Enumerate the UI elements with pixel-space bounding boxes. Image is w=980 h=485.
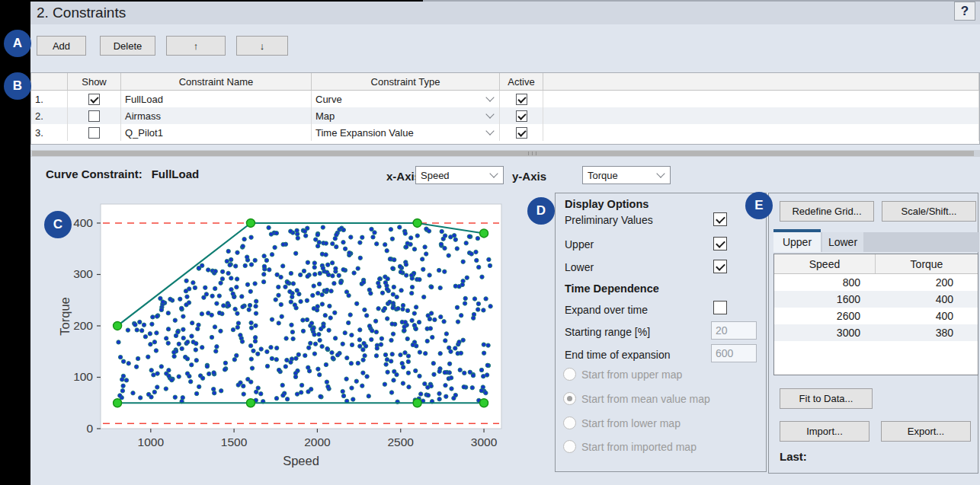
grid-row[interactable]: 800200 bbox=[774, 274, 978, 291]
svg-text:100: 100 bbox=[73, 370, 93, 383]
constraint-name-cell[interactable]: Q_Pilot1 bbox=[121, 124, 312, 141]
constraint-name-cell[interactable]: Airmass bbox=[121, 107, 312, 124]
radio-icon[interactable] bbox=[563, 440, 576, 453]
constraints-table: Show Constraint Name Constraint Type Act… bbox=[30, 72, 980, 145]
svg-text:300: 300 bbox=[73, 267, 93, 280]
table-row[interactable]: 1.FullLoadCurve bbox=[31, 91, 979, 107]
grid-col-torque: Torque bbox=[876, 254, 978, 273]
svg-text:3000: 3000 bbox=[471, 436, 498, 448]
move-up-button[interactable]: ↑ bbox=[166, 36, 226, 56]
constraints-table-body: 1.FullLoadCurve2.AirmassMap3.Q_Pilot1Tim… bbox=[31, 91, 979, 141]
svg-text:2500: 2500 bbox=[387, 436, 414, 448]
radio-icon[interactable] bbox=[563, 416, 576, 429]
end-time-label: End time of expansion bbox=[565, 349, 671, 361]
tab-lower[interactable]: Lower bbox=[822, 232, 863, 252]
annotation-badge-e: E bbox=[745, 192, 773, 219]
col-empty bbox=[543, 73, 979, 90]
grid-row[interactable]: 3000380 bbox=[774, 324, 978, 341]
radio-icon[interactable] bbox=[563, 368, 576, 381]
preliminary-values-checkbox[interactable] bbox=[713, 212, 727, 226]
expand-over-time-label: Expand over time bbox=[565, 304, 648, 316]
table-row[interactable]: 2.AirmassMap bbox=[31, 107, 979, 124]
active-checkbox[interactable] bbox=[516, 110, 527, 122]
empty-cell bbox=[543, 91, 979, 107]
table-row[interactable]: 3.Q_Pilot1Time Expansion Value bbox=[31, 124, 979, 141]
torque-value[interactable]: 400 bbox=[876, 308, 978, 324]
import-button[interactable]: Import... bbox=[780, 421, 870, 442]
empty-cell bbox=[543, 124, 979, 141]
show-cell[interactable] bbox=[68, 107, 121, 124]
start-lower-map-label: Start from lower map bbox=[581, 417, 681, 429]
scrollbar-thumb[interactable] bbox=[32, 151, 974, 156]
export-button[interactable]: Export... bbox=[881, 421, 971, 442]
constraint-name-cell[interactable]: FullLoad bbox=[121, 91, 312, 107]
x-axis-selected-value: Speed bbox=[421, 170, 450, 181]
expand-over-time-checkbox[interactable] bbox=[713, 301, 727, 314]
end-time-input[interactable]: 600 bbox=[711, 344, 757, 362]
help-button[interactable]: ? bbox=[954, 2, 975, 21]
constraint-type-select[interactable]: Curve bbox=[312, 91, 500, 107]
grid-row[interactable]: 1600400 bbox=[774, 291, 978, 308]
svg-text:2000: 2000 bbox=[304, 436, 331, 448]
chevron-down-icon bbox=[489, 169, 498, 177]
svg-text:1500: 1500 bbox=[221, 436, 248, 448]
constraint-type-select[interactable]: Map bbox=[312, 107, 500, 124]
radio-icon[interactable] bbox=[563, 392, 576, 405]
start-lower-map-radio-row[interactable]: Start from lower map bbox=[563, 416, 681, 429]
constraint-type-select[interactable]: Time Expansion Value bbox=[312, 124, 500, 141]
tab-upper[interactable]: Upper bbox=[773, 229, 821, 252]
col-type: Constraint Type bbox=[312, 73, 500, 90]
col-rownum bbox=[31, 73, 68, 90]
active-checkbox[interactable] bbox=[516, 127, 527, 139]
constraints-table-header: Show Constraint Name Constraint Type Act… bbox=[31, 73, 979, 91]
annotation-badge-c: C bbox=[44, 211, 72, 238]
torque-value[interactable]: 400 bbox=[876, 291, 978, 308]
page-title: 2. Constraints bbox=[37, 5, 126, 21]
speed-value[interactable]: 800 bbox=[774, 274, 876, 291]
speed-value[interactable]: 3000 bbox=[774, 324, 876, 341]
show-checkbox[interactable] bbox=[88, 110, 100, 122]
curve-constraint-label: Curve Constraint: bbox=[46, 168, 143, 180]
speed-value[interactable]: 1600 bbox=[774, 291, 876, 308]
chevron-down-icon bbox=[656, 169, 665, 177]
annotation-badge-d: D bbox=[527, 197, 555, 225]
x-axis-select[interactable]: Speed bbox=[415, 166, 504, 184]
delete-button[interactable]: Delete bbox=[100, 36, 155, 56]
section-header: 2. Constraints bbox=[30, 2, 980, 24]
scatter-plot-svg[interactable]: 100015002000250030000100200300400SpeedTo… bbox=[57, 194, 522, 480]
active-cell[interactable] bbox=[500, 107, 543, 124]
upper-checkbox[interactable] bbox=[713, 237, 727, 250]
annotation-badge-b: B bbox=[4, 72, 31, 100]
horizontal-scrollbar[interactable] bbox=[30, 150, 980, 157]
show-cell[interactable] bbox=[68, 91, 121, 107]
move-down-button[interactable]: ↓ bbox=[236, 36, 288, 56]
show-checkbox[interactable] bbox=[88, 127, 100, 139]
svg-text:Torque: Torque bbox=[58, 297, 72, 335]
speed-value[interactable]: 2600 bbox=[774, 308, 876, 324]
chevron-down-icon bbox=[485, 93, 494, 101]
display-options-title: Display Options bbox=[565, 198, 649, 210]
grid-row[interactable]: 2600400 bbox=[774, 308, 978, 324]
curve-constraint-value: FullLoad bbox=[152, 168, 200, 180]
start-imported-map-radio-row[interactable]: Start from imported map bbox=[563, 440, 697, 453]
svg-text:0: 0 bbox=[86, 422, 93, 435]
active-cell[interactable] bbox=[500, 124, 543, 141]
chevron-down-icon bbox=[485, 126, 494, 135]
show-checkbox[interactable] bbox=[88, 94, 100, 105]
constraint-plot[interactable]: 100015002000250030000100200300400SpeedTo… bbox=[57, 194, 522, 480]
active-cell[interactable] bbox=[500, 91, 543, 107]
torque-value[interactable]: 380 bbox=[876, 324, 978, 341]
starting-range-input[interactable]: 20 bbox=[711, 321, 757, 340]
y-axis-select[interactable]: Torque bbox=[582, 166, 671, 184]
last-label: Last: bbox=[780, 450, 807, 463]
active-checkbox[interactable] bbox=[516, 94, 527, 105]
lower-checkbox[interactable] bbox=[713, 260, 727, 273]
add-button[interactable]: Add bbox=[37, 36, 86, 56]
fit-to-data-button[interactable]: Fit to Data... bbox=[780, 388, 873, 409]
torque-value[interactable]: 200 bbox=[876, 274, 978, 291]
start-mean-map-radio-row[interactable]: Start from mean value map bbox=[563, 392, 710, 405]
scale-shift-button[interactable]: Scale/Shift... bbox=[882, 201, 976, 222]
start-upper-map-radio-row[interactable]: Start from upper map bbox=[563, 368, 682, 381]
show-cell[interactable] bbox=[68, 124, 121, 141]
redefine-grid-button[interactable]: Redefine Grid... bbox=[780, 201, 874, 222]
